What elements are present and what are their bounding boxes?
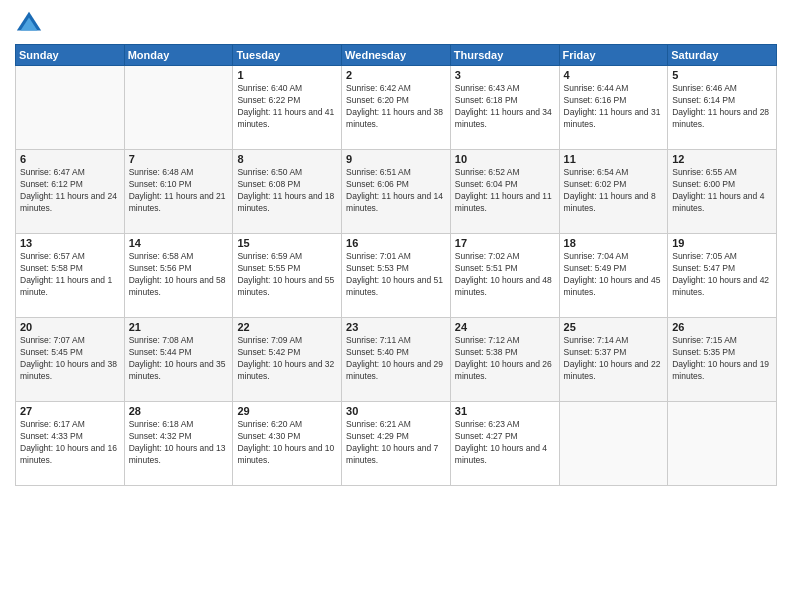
day-number: 24 (455, 321, 555, 333)
calendar-cell: 30Sunrise: 6:21 AMSunset: 4:29 PMDayligh… (342, 402, 451, 486)
calendar-cell: 5Sunrise: 6:46 AMSunset: 6:14 PMDaylight… (668, 66, 777, 150)
calendar-week-4: 27Sunrise: 6:17 AMSunset: 4:33 PMDayligh… (16, 402, 777, 486)
day-number: 17 (455, 237, 555, 249)
cell-info: Sunrise: 7:07 AMSunset: 5:45 PMDaylight:… (20, 335, 120, 383)
calendar-cell: 3Sunrise: 6:43 AMSunset: 6:18 PMDaylight… (450, 66, 559, 150)
cell-info: Sunrise: 6:42 AMSunset: 6:20 PMDaylight:… (346, 83, 446, 131)
day-number: 11 (564, 153, 664, 165)
day-number: 21 (129, 321, 229, 333)
cell-info: Sunrise: 6:47 AMSunset: 6:12 PMDaylight:… (20, 167, 120, 215)
day-number: 12 (672, 153, 772, 165)
page: SundayMondayTuesdayWednesdayThursdayFrid… (0, 0, 792, 612)
cell-info: Sunrise: 7:14 AMSunset: 5:37 PMDaylight:… (564, 335, 664, 383)
day-number: 6 (20, 153, 120, 165)
calendar-cell: 16Sunrise: 7:01 AMSunset: 5:53 PMDayligh… (342, 234, 451, 318)
calendar-cell: 13Sunrise: 6:57 AMSunset: 5:58 PMDayligh… (16, 234, 125, 318)
cell-info: Sunrise: 7:11 AMSunset: 5:40 PMDaylight:… (346, 335, 446, 383)
cell-info: Sunrise: 7:02 AMSunset: 5:51 PMDaylight:… (455, 251, 555, 299)
cell-info: Sunrise: 6:52 AMSunset: 6:04 PMDaylight:… (455, 167, 555, 215)
calendar-cell (559, 402, 668, 486)
calendar-header-friday: Friday (559, 45, 668, 66)
calendar-week-3: 20Sunrise: 7:07 AMSunset: 5:45 PMDayligh… (16, 318, 777, 402)
day-number: 25 (564, 321, 664, 333)
day-number: 30 (346, 405, 446, 417)
day-number: 3 (455, 69, 555, 81)
calendar-header-tuesday: Tuesday (233, 45, 342, 66)
cell-info: Sunrise: 7:08 AMSunset: 5:44 PMDaylight:… (129, 335, 229, 383)
day-number: 28 (129, 405, 229, 417)
calendar-cell: 29Sunrise: 6:20 AMSunset: 4:30 PMDayligh… (233, 402, 342, 486)
calendar-cell: 25Sunrise: 7:14 AMSunset: 5:37 PMDayligh… (559, 318, 668, 402)
calendar-cell: 10Sunrise: 6:52 AMSunset: 6:04 PMDayligh… (450, 150, 559, 234)
cell-info: Sunrise: 6:21 AMSunset: 4:29 PMDaylight:… (346, 419, 446, 467)
calendar-header-monday: Monday (124, 45, 233, 66)
calendar-cell: 20Sunrise: 7:07 AMSunset: 5:45 PMDayligh… (16, 318, 125, 402)
cell-info: Sunrise: 7:09 AMSunset: 5:42 PMDaylight:… (237, 335, 337, 383)
cell-info: Sunrise: 6:58 AMSunset: 5:56 PMDaylight:… (129, 251, 229, 299)
calendar-header-thursday: Thursday (450, 45, 559, 66)
day-number: 22 (237, 321, 337, 333)
calendar-cell: 18Sunrise: 7:04 AMSunset: 5:49 PMDayligh… (559, 234, 668, 318)
cell-info: Sunrise: 7:01 AMSunset: 5:53 PMDaylight:… (346, 251, 446, 299)
day-number: 26 (672, 321, 772, 333)
calendar-cell: 24Sunrise: 7:12 AMSunset: 5:38 PMDayligh… (450, 318, 559, 402)
day-number: 2 (346, 69, 446, 81)
calendar-week-0: 1Sunrise: 6:40 AMSunset: 6:22 PMDaylight… (16, 66, 777, 150)
calendar-cell: 2Sunrise: 6:42 AMSunset: 6:20 PMDaylight… (342, 66, 451, 150)
calendar-cell: 21Sunrise: 7:08 AMSunset: 5:44 PMDayligh… (124, 318, 233, 402)
calendar-cell: 9Sunrise: 6:51 AMSunset: 6:06 PMDaylight… (342, 150, 451, 234)
calendar-header-row: SundayMondayTuesdayWednesdayThursdayFrid… (16, 45, 777, 66)
cell-info: Sunrise: 7:12 AMSunset: 5:38 PMDaylight:… (455, 335, 555, 383)
day-number: 9 (346, 153, 446, 165)
day-number: 4 (564, 69, 664, 81)
day-number: 19 (672, 237, 772, 249)
calendar-cell: 12Sunrise: 6:55 AMSunset: 6:00 PMDayligh… (668, 150, 777, 234)
day-number: 31 (455, 405, 555, 417)
calendar-cell: 31Sunrise: 6:23 AMSunset: 4:27 PMDayligh… (450, 402, 559, 486)
calendar-table: SundayMondayTuesdayWednesdayThursdayFrid… (15, 44, 777, 486)
cell-info: Sunrise: 6:59 AMSunset: 5:55 PMDaylight:… (237, 251, 337, 299)
calendar-cell: 28Sunrise: 6:18 AMSunset: 4:32 PMDayligh… (124, 402, 233, 486)
logo (15, 10, 47, 38)
calendar-week-2: 13Sunrise: 6:57 AMSunset: 5:58 PMDayligh… (16, 234, 777, 318)
cell-info: Sunrise: 6:54 AMSunset: 6:02 PMDaylight:… (564, 167, 664, 215)
day-number: 10 (455, 153, 555, 165)
calendar-cell (124, 66, 233, 150)
day-number: 20 (20, 321, 120, 333)
day-number: 23 (346, 321, 446, 333)
calendar-cell (668, 402, 777, 486)
cell-info: Sunrise: 6:23 AMSunset: 4:27 PMDaylight:… (455, 419, 555, 467)
cell-info: Sunrise: 7:04 AMSunset: 5:49 PMDaylight:… (564, 251, 664, 299)
calendar-cell: 17Sunrise: 7:02 AMSunset: 5:51 PMDayligh… (450, 234, 559, 318)
day-number: 5 (672, 69, 772, 81)
calendar-cell: 7Sunrise: 6:48 AMSunset: 6:10 PMDaylight… (124, 150, 233, 234)
cell-info: Sunrise: 6:57 AMSunset: 5:58 PMDaylight:… (20, 251, 120, 299)
calendar-cell: 15Sunrise: 6:59 AMSunset: 5:55 PMDayligh… (233, 234, 342, 318)
day-number: 27 (20, 405, 120, 417)
calendar-header-saturday: Saturday (668, 45, 777, 66)
calendar-cell: 1Sunrise: 6:40 AMSunset: 6:22 PMDaylight… (233, 66, 342, 150)
day-number: 18 (564, 237, 664, 249)
cell-info: Sunrise: 6:44 AMSunset: 6:16 PMDaylight:… (564, 83, 664, 131)
day-number: 1 (237, 69, 337, 81)
calendar-cell: 27Sunrise: 6:17 AMSunset: 4:33 PMDayligh… (16, 402, 125, 486)
calendar-cell: 14Sunrise: 6:58 AMSunset: 5:56 PMDayligh… (124, 234, 233, 318)
cell-info: Sunrise: 6:17 AMSunset: 4:33 PMDaylight:… (20, 419, 120, 467)
calendar-cell: 6Sunrise: 6:47 AMSunset: 6:12 PMDaylight… (16, 150, 125, 234)
cell-info: Sunrise: 6:48 AMSunset: 6:10 PMDaylight:… (129, 167, 229, 215)
header (15, 10, 777, 38)
cell-info: Sunrise: 6:50 AMSunset: 6:08 PMDaylight:… (237, 167, 337, 215)
cell-info: Sunrise: 6:46 AMSunset: 6:14 PMDaylight:… (672, 83, 772, 131)
cell-info: Sunrise: 7:15 AMSunset: 5:35 PMDaylight:… (672, 335, 772, 383)
cell-info: Sunrise: 6:40 AMSunset: 6:22 PMDaylight:… (237, 83, 337, 131)
day-number: 15 (237, 237, 337, 249)
calendar-cell: 4Sunrise: 6:44 AMSunset: 6:16 PMDaylight… (559, 66, 668, 150)
calendar-cell (16, 66, 125, 150)
calendar-cell: 22Sunrise: 7:09 AMSunset: 5:42 PMDayligh… (233, 318, 342, 402)
logo-icon (15, 10, 43, 38)
cell-info: Sunrise: 6:55 AMSunset: 6:00 PMDaylight:… (672, 167, 772, 215)
day-number: 13 (20, 237, 120, 249)
calendar-cell: 26Sunrise: 7:15 AMSunset: 5:35 PMDayligh… (668, 318, 777, 402)
day-number: 8 (237, 153, 337, 165)
calendar-header-wednesday: Wednesday (342, 45, 451, 66)
